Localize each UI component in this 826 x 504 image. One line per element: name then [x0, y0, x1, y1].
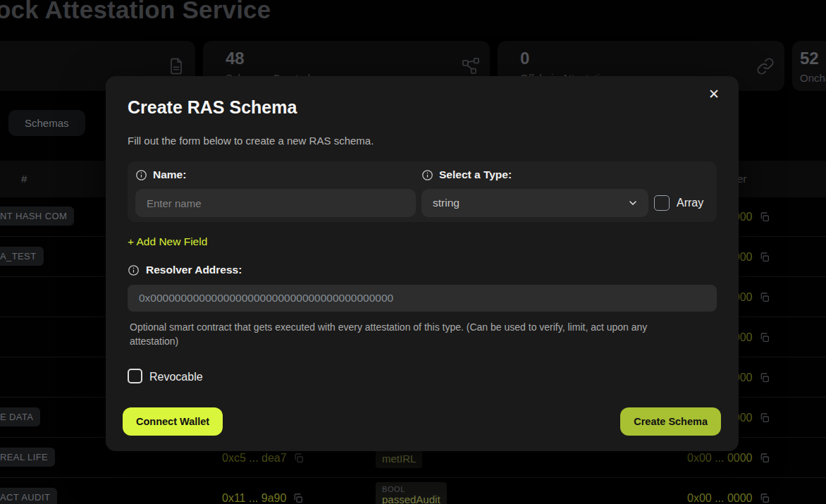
type-select[interactable]: string — [421, 189, 648, 217]
add-new-field-button[interactable]: + Add New Field — [128, 235, 207, 248]
schema-uid: 0x11 ... 9a90 — [222, 492, 286, 504]
array-label: Array — [677, 197, 703, 209]
name-input[interactable] — [135, 189, 416, 217]
stat-value: 52 — [800, 49, 819, 68]
copy-icon[interactable] — [759, 493, 770, 504]
copy-icon[interactable] — [759, 412, 770, 424]
stat-value: 48 — [226, 49, 245, 68]
info-icon[interactable] — [421, 169, 433, 181]
column-header-resolver: er — [737, 173, 746, 185]
resolver-address: 0x00 ... 0000 — [687, 452, 753, 465]
chevron-down-icon — [627, 197, 639, 209]
copy-icon[interactable] — [759, 211, 770, 223]
copy-icon[interactable] — [292, 493, 304, 504]
schema-field-badge: BOOL passedAudit — [376, 482, 447, 504]
modal-title: Create RAS Schema — [128, 97, 297, 118]
app-root: ock Attestation Service 48 Schemas Creat… — [0, 0, 826, 504]
revocable-label: Revocable — [149, 371, 203, 383]
field-name: metIRL — [382, 453, 416, 465]
copy-icon[interactable] — [759, 252, 770, 263]
resolver-address: 0x00 ... 0000 — [687, 492, 753, 504]
stat-value: 0 — [520, 49, 529, 68]
stat-label: Onchain Attestations — [800, 72, 826, 84]
revocable-checkbox[interactable] — [128, 369, 142, 383]
schema-uid: 0xc5 ... dea7 — [222, 452, 287, 465]
copy-icon[interactable] — [759, 372, 770, 383]
type-select-value: string — [433, 197, 460, 209]
connect-wallet-button[interactable]: Connect Wallet — [123, 407, 223, 436]
schema-name-badge: E DATA — [0, 407, 40, 426]
column-header-number: # — [21, 173, 27, 185]
resolver-address-input[interactable] — [128, 285, 717, 312]
document-icon — [166, 56, 186, 76]
page-title: ock Attestation Service — [0, 0, 271, 24]
schema-field-badge: metIRL — [376, 450, 422, 468]
resolver-helper-text: Optional smart contract that gets execut… — [130, 320, 688, 348]
schema-name-badge: REAL LIFE — [0, 448, 55, 467]
table-row[interactable]: ACT AUDIT 0x11 ... 9a90 BOOL passedAudit… — [0, 479, 826, 504]
link-icon — [756, 56, 775, 76]
create-schema-modal: ✕ Create RAS Schema Fill out the form be… — [106, 76, 739, 451]
copy-icon[interactable] — [293, 453, 304, 464]
field-type: BOOL — [382, 485, 440, 493]
name-label: Name: — [153, 168, 186, 181]
schema-name-badge: ACT AUDIT — [0, 488, 57, 504]
array-checkbox[interactable] — [654, 195, 670, 211]
info-icon[interactable] — [128, 264, 140, 276]
tab-schemas[interactable]: Schemas — [8, 110, 85, 136]
field-name: passedAudit — [382, 493, 440, 504]
copy-icon[interactable] — [759, 332, 770, 343]
info-icon[interactable] — [135, 169, 147, 181]
type-label: Select a Type: — [439, 168, 512, 181]
close-icon[interactable]: ✕ — [705, 85, 723, 104]
modal-subtitle: Fill out the form below to create a new … — [128, 135, 374, 147]
copy-icon[interactable] — [759, 292, 770, 303]
resolver-address-label: Resolver Address: — [146, 264, 242, 276]
stat-card-onchain: 52 Onchain Attestations — [792, 41, 826, 91]
schema-name-badge: A_TEST — [0, 247, 44, 266]
create-schema-button[interactable]: Create Schema — [620, 407, 721, 436]
copy-icon[interactable] — [759, 453, 770, 464]
network-icon — [461, 56, 481, 76]
schema-name-badge: NT HASH COM — [0, 207, 74, 226]
field-row-panel: Name: Select a Type: string Array — [128, 161, 717, 222]
